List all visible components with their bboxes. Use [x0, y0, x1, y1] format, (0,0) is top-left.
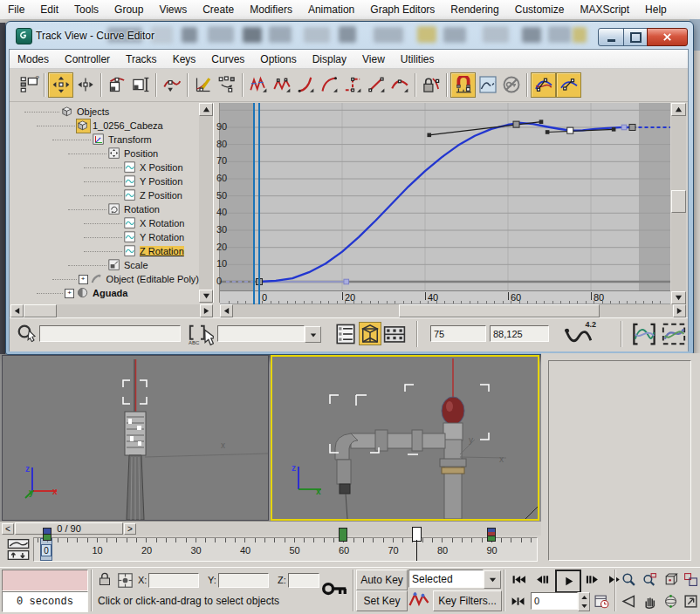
trackview-menu-options[interactable]: Options [252, 51, 304, 68]
graph-horizontal-scrollbar[interactable] [220, 304, 686, 317]
tree-row[interactable]: Transform [10, 133, 199, 147]
y-coord-field[interactable] [218, 573, 269, 588]
menu-animation[interactable]: Animation [300, 0, 362, 19]
zoom-select-button[interactable] [17, 324, 38, 345]
slide-keys-button[interactable] [73, 73, 97, 97]
trackbar-ruler[interactable]: 1020304050607080900 [33, 537, 538, 562]
time-slider-next-button[interactable]: > [124, 523, 136, 535]
graph-scroll-up-button[interactable] [671, 103, 686, 116]
previous-frame-button[interactable] [532, 570, 552, 589]
menu-graph-editors[interactable]: Graph Editors [362, 0, 443, 19]
trackview-menu-utilities[interactable]: Utilities [393, 51, 443, 68]
zoom-extents-button[interactable] [662, 570, 680, 589]
trackview-menu-controller[interactable]: Controller [57, 51, 118, 68]
tree-row[interactable]: Y Position [10, 174, 199, 188]
pan-button[interactable] [641, 592, 659, 611]
trackbar-key-selected[interactable] [412, 527, 422, 542]
maxscript-mini-listener[interactable] [2, 570, 88, 591]
set-tangents-linear-button[interactable] [364, 73, 388, 97]
graph-hscroll-left-button[interactable] [220, 304, 233, 317]
min-max-toggle-button[interactable] [682, 592, 700, 611]
tree-expand-box[interactable]: + [65, 289, 74, 298]
lock-tangents-button[interactable] [419, 73, 443, 97]
zoom-horizontal-extents-button[interactable] [631, 322, 657, 346]
arc-rotate-button[interactable] [662, 592, 680, 611]
tree-scroll-up-button[interactable] [199, 103, 213, 116]
tree-row[interactable]: 1_0256_Cabeza [10, 119, 199, 133]
zoom-extents-all-button[interactable] [682, 570, 700, 589]
set-tangents-auto-button[interactable] [246, 73, 270, 97]
maximize-button[interactable] [623, 28, 649, 46]
time-slider-track[interactable]: < 0 / 90 > [0, 521, 541, 536]
menu-modifiers[interactable]: Modifiers [242, 0, 300, 19]
selection-dropdown-button[interactable] [305, 326, 321, 343]
trackview-menu-display[interactable]: Display [305, 51, 354, 68]
graph-scroll-thumb[interactable] [671, 190, 686, 213]
menu-edit[interactable]: Edit [32, 0, 66, 19]
key-mode-toggle-button[interactable] [508, 592, 527, 610]
menu-rendering[interactable]: Rendering [443, 0, 506, 19]
show-selected-curves-button[interactable] [359, 322, 381, 345]
key-stats-list-button[interactable] [334, 322, 357, 345]
set-tangents-custom-button[interactable] [270, 73, 293, 97]
set-tangents-step-button[interactable] [340, 73, 364, 97]
tree-graph-splitter[interactable] [213, 103, 220, 303]
tree-row[interactable]: Rotation [10, 202, 199, 216]
mini-curve-editor-button[interactable] [7, 538, 30, 561]
menu-group[interactable]: Group [106, 0, 151, 19]
trackview-menu-curves[interactable]: Curves [203, 51, 252, 68]
current-frame-field[interactable]: 0 [531, 592, 578, 610]
add-keys-button[interactable] [160, 73, 183, 97]
selection-set-dropdown-button[interactable] [484, 570, 501, 589]
tree-row[interactable]: Position [10, 147, 199, 160]
menu-tools[interactable]: Tools [66, 0, 106, 19]
viewport-front[interactable]: z y x x [2, 355, 269, 521]
trackview-menu-view[interactable]: View [354, 51, 393, 68]
tree-hscroll-left-button[interactable] [10, 304, 24, 317]
menu-customize[interactable]: Customize [507, 0, 573, 19]
default-in-out-tangents-button[interactable] [408, 590, 429, 610]
tree-hscroll-right-button[interactable] [200, 304, 213, 317]
set-tangents-fast-button[interactable] [293, 73, 317, 97]
reduce-keys-button[interactable] [215, 73, 238, 97]
tree-row[interactable]: X Position [10, 160, 199, 174]
track-bar[interactable]: 1020304050607080900 [0, 536, 541, 567]
tree-row[interactable]: Objects [10, 105, 199, 119]
time-slider-thumb[interactable]: 0 / 90 [15, 522, 123, 535]
z-coord-field[interactable] [288, 573, 319, 588]
disable-keys-button[interactable] [499, 73, 523, 97]
tree-row[interactable]: Scale [10, 258, 199, 272]
dope-sheet-button[interactable] [383, 322, 406, 345]
menu-create[interactable]: Create [195, 0, 242, 19]
tree-row[interactable]: X Rotation [10, 216, 199, 230]
parameter-curve-out-of-range-button[interactable] [476, 73, 499, 97]
play-button[interactable] [555, 570, 581, 593]
tree-horizontal-scrollbar[interactable] [10, 304, 213, 317]
tree-row[interactable]: +Object (Editable Poly) [10, 272, 199, 286]
set-tangents-smooth-button[interactable] [388, 73, 411, 97]
go-to-start-button[interactable] [508, 570, 529, 589]
current-time-indicator-2[interactable] [258, 103, 260, 304]
scale-values-button[interactable] [128, 73, 152, 97]
track-set-editor-button[interactable]: ABC [188, 323, 214, 345]
menu-views[interactable]: Views [151, 0, 195, 19]
auto-key-button[interactable]: Auto Key [356, 570, 408, 590]
tree-hscroll-thumb[interactable] [24, 304, 57, 317]
move-keys-button[interactable] [48, 72, 73, 98]
time-configuration-button[interactable] [592, 592, 611, 610]
graph-scroll-down-button[interactable] [671, 291, 686, 304]
field-of-view-button[interactable] [620, 592, 638, 611]
x-coord-field[interactable] [148, 573, 199, 588]
key-value-field[interactable]: 88,125 [490, 325, 549, 342]
trackview-menu-tracks[interactable]: Tracks [118, 51, 165, 68]
trackbar-key[interactable] [487, 536, 496, 542]
selection-lock-icon[interactable] [98, 572, 112, 588]
zoom-all-button[interactable] [641, 570, 659, 589]
tree-row[interactable]: Z Rotation [10, 244, 199, 258]
tree-expand-box[interactable]: + [79, 275, 88, 284]
draw-curves-button[interactable] [191, 73, 215, 97]
tree-row[interactable]: Y Rotation [10, 230, 199, 244]
absolute-offset-toggle[interactable] [117, 572, 134, 589]
set-key-button[interactable]: Set Key [356, 590, 408, 611]
trackbar-key[interactable] [43, 534, 51, 541]
